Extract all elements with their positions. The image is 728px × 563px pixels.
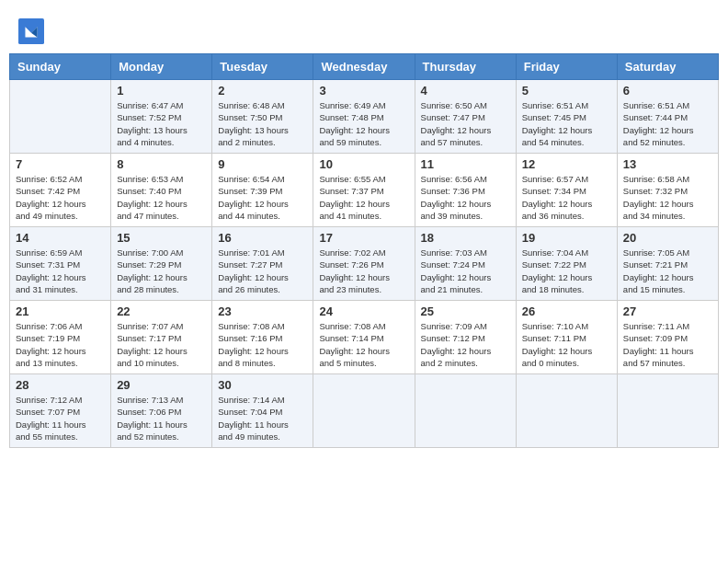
header-thursday: Thursday <box>415 54 516 80</box>
calendar-cell <box>10 80 111 154</box>
day-info: Sunrise: 7:12 AMSunset: 7:07 PMDaylight:… <box>16 394 105 442</box>
calendar-cell: 27Sunrise: 7:11 AMSunset: 7:09 PMDayligh… <box>617 301 718 374</box>
day-number: 18 <box>421 231 510 245</box>
calendar-cell: 21Sunrise: 7:06 AMSunset: 7:19 PMDayligh… <box>10 301 111 374</box>
day-info: Sunrise: 7:13 AMSunset: 7:06 PMDaylight:… <box>117 394 206 442</box>
day-number: 22 <box>117 304 206 318</box>
day-info: Sunrise: 7:09 AMSunset: 7:12 PMDaylight:… <box>421 320 510 369</box>
day-number: 28 <box>16 378 105 392</box>
day-number: 19 <box>522 231 611 245</box>
calendar-cell <box>617 374 718 448</box>
day-info: Sunrise: 6:56 AMSunset: 7:36 PMDaylight:… <box>421 173 510 222</box>
logo <box>18 18 48 44</box>
day-info: Sunrise: 7:14 AMSunset: 7:04 PMDaylight:… <box>218 394 307 442</box>
day-info: Sunrise: 6:51 AMSunset: 7:45 PMDaylight:… <box>522 99 611 148</box>
calendar-cell: 20Sunrise: 7:05 AMSunset: 7:21 PMDayligh… <box>617 227 718 301</box>
day-number: 29 <box>117 378 206 392</box>
day-number: 2 <box>218 84 307 98</box>
day-number: 26 <box>522 304 611 318</box>
day-info: Sunrise: 6:53 AMSunset: 7:40 PMDaylight:… <box>117 173 206 222</box>
calendar-cell: 24Sunrise: 7:08 AMSunset: 7:14 PMDayligh… <box>313 301 415 374</box>
day-number: 21 <box>16 304 105 318</box>
calendar-week-row: 1Sunrise: 6:47 AMSunset: 7:52 PMDaylight… <box>10 80 719 154</box>
day-number: 7 <box>16 157 105 171</box>
day-info: Sunrise: 7:08 AMSunset: 7:14 PMDaylight:… <box>319 320 408 369</box>
calendar-cell: 26Sunrise: 7:10 AMSunset: 7:11 PMDayligh… <box>516 301 617 374</box>
calendar-cell: 1Sunrise: 6:47 AMSunset: 7:52 PMDaylight… <box>111 80 212 154</box>
day-info: Sunrise: 6:52 AMSunset: 7:42 PMDaylight:… <box>16 173 105 222</box>
page-header <box>9 9 719 49</box>
calendar-cell <box>313 374 415 448</box>
day-info: Sunrise: 7:10 AMSunset: 7:11 PMDaylight:… <box>522 320 611 369</box>
day-number: 3 <box>319 84 408 98</box>
calendar-cell: 3Sunrise: 6:49 AMSunset: 7:48 PMDaylight… <box>313 80 415 154</box>
day-number: 14 <box>16 231 105 245</box>
day-number: 12 <box>522 157 611 171</box>
day-number: 17 <box>319 231 408 245</box>
header-wednesday: Wednesday <box>313 54 415 80</box>
calendar-cell: 11Sunrise: 6:56 AMSunset: 7:36 PMDayligh… <box>415 154 516 227</box>
day-info: Sunrise: 6:48 AMSunset: 7:50 PMDaylight:… <box>218 99 307 148</box>
calendar-cell: 19Sunrise: 7:04 AMSunset: 7:22 PMDayligh… <box>516 227 617 301</box>
day-info: Sunrise: 7:06 AMSunset: 7:19 PMDaylight:… <box>16 320 105 369</box>
day-info: Sunrise: 6:55 AMSunset: 7:37 PMDaylight:… <box>319 173 408 222</box>
day-info: Sunrise: 7:05 AMSunset: 7:21 PMDaylight:… <box>623 247 712 295</box>
calendar-cell: 7Sunrise: 6:52 AMSunset: 7:42 PMDaylight… <box>10 154 111 227</box>
day-info: Sunrise: 7:04 AMSunset: 7:22 PMDaylight:… <box>522 247 611 295</box>
day-info: Sunrise: 7:07 AMSunset: 7:17 PMDaylight:… <box>117 320 206 369</box>
calendar-cell: 22Sunrise: 7:07 AMSunset: 7:17 PMDayligh… <box>111 301 212 374</box>
calendar-week-row: 14Sunrise: 6:59 AMSunset: 7:31 PMDayligh… <box>10 227 719 301</box>
day-number: 20 <box>623 231 712 245</box>
day-info: Sunrise: 6:59 AMSunset: 7:31 PMDaylight:… <box>16 247 105 295</box>
calendar-cell: 5Sunrise: 6:51 AMSunset: 7:45 PMDaylight… <box>516 80 617 154</box>
day-number: 8 <box>117 157 206 171</box>
day-number: 25 <box>421 304 510 318</box>
day-info: Sunrise: 7:11 AMSunset: 7:09 PMDaylight:… <box>623 320 712 369</box>
day-number: 4 <box>421 84 510 98</box>
calendar-cell: 29Sunrise: 7:13 AMSunset: 7:06 PMDayligh… <box>111 374 212 448</box>
calendar-week-row: 21Sunrise: 7:06 AMSunset: 7:19 PMDayligh… <box>10 301 719 374</box>
day-number: 13 <box>623 157 712 171</box>
day-info: Sunrise: 7:01 AMSunset: 7:27 PMDaylight:… <box>218 247 307 295</box>
calendar-cell <box>516 374 617 448</box>
day-number: 1 <box>117 84 206 98</box>
calendar-week-row: 28Sunrise: 7:12 AMSunset: 7:07 PMDayligh… <box>10 374 719 448</box>
calendar-cell: 17Sunrise: 7:02 AMSunset: 7:26 PMDayligh… <box>313 227 415 301</box>
header-saturday: Saturday <box>617 54 718 80</box>
calendar-cell: 2Sunrise: 6:48 AMSunset: 7:50 PMDaylight… <box>212 80 313 154</box>
day-number: 5 <box>522 84 611 98</box>
calendar-cell: 12Sunrise: 6:57 AMSunset: 7:34 PMDayligh… <box>516 154 617 227</box>
header-tuesday: Tuesday <box>212 54 313 80</box>
header-friday: Friday <box>516 54 617 80</box>
calendar-cell: 6Sunrise: 6:51 AMSunset: 7:44 PMDaylight… <box>617 80 718 154</box>
day-info: Sunrise: 7:08 AMSunset: 7:16 PMDaylight:… <box>218 320 307 369</box>
day-info: Sunrise: 6:51 AMSunset: 7:44 PMDaylight:… <box>623 99 712 148</box>
day-number: 23 <box>218 304 307 318</box>
day-number: 16 <box>218 231 307 245</box>
header-monday: Monday <box>111 54 212 80</box>
logo-icon <box>18 18 44 44</box>
day-info: Sunrise: 7:02 AMSunset: 7:26 PMDaylight:… <box>319 247 408 295</box>
calendar-cell <box>415 374 516 448</box>
svg-rect-0 <box>18 18 44 44</box>
calendar-cell: 23Sunrise: 7:08 AMSunset: 7:16 PMDayligh… <box>212 301 313 374</box>
day-info: Sunrise: 6:50 AMSunset: 7:47 PMDaylight:… <box>421 99 510 148</box>
day-number: 24 <box>319 304 408 318</box>
day-number: 10 <box>319 157 408 171</box>
calendar-cell: 13Sunrise: 6:58 AMSunset: 7:32 PMDayligh… <box>617 154 718 227</box>
day-number: 6 <box>623 84 712 98</box>
calendar-cell: 25Sunrise: 7:09 AMSunset: 7:12 PMDayligh… <box>415 301 516 374</box>
calendar-cell: 15Sunrise: 7:00 AMSunset: 7:29 PMDayligh… <box>111 227 212 301</box>
calendar-cell: 30Sunrise: 7:14 AMSunset: 7:04 PMDayligh… <box>212 374 313 448</box>
day-info: Sunrise: 6:54 AMSunset: 7:39 PMDaylight:… <box>218 173 307 222</box>
day-info: Sunrise: 7:03 AMSunset: 7:24 PMDaylight:… <box>421 247 510 295</box>
calendar-header-row: SundayMondayTuesdayWednesdayThursdayFrid… <box>10 54 719 80</box>
day-number: 15 <box>117 231 206 245</box>
day-info: Sunrise: 6:57 AMSunset: 7:34 PMDaylight:… <box>522 173 611 222</box>
day-info: Sunrise: 6:58 AMSunset: 7:32 PMDaylight:… <box>623 173 712 222</box>
day-info: Sunrise: 6:49 AMSunset: 7:48 PMDaylight:… <box>319 99 408 148</box>
calendar-cell: 4Sunrise: 6:50 AMSunset: 7:47 PMDaylight… <box>415 80 516 154</box>
day-info: Sunrise: 6:47 AMSunset: 7:52 PMDaylight:… <box>117 99 206 148</box>
day-number: 9 <box>218 157 307 171</box>
day-number: 11 <box>421 157 510 171</box>
